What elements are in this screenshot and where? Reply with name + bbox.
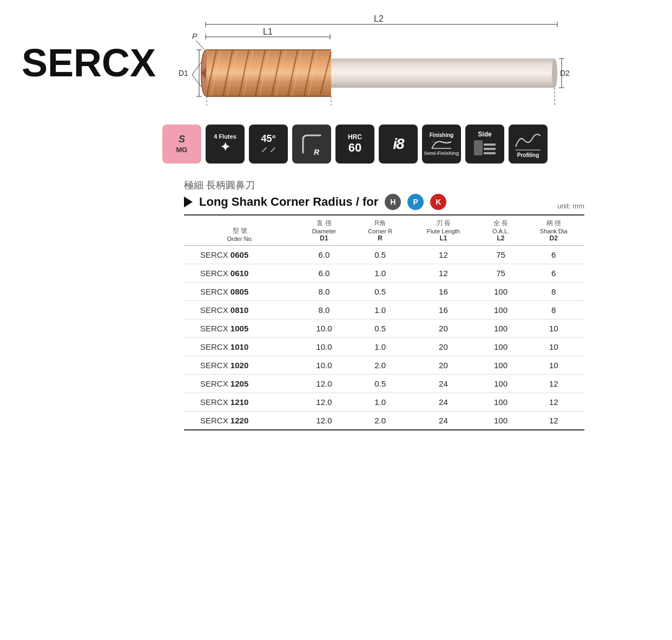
col-header-d2: 柄 徑 Shank Dia D2 bbox=[523, 215, 585, 246]
cell-d1: 8.0 bbox=[296, 301, 352, 319]
table-row: SERCX 08108.01.0161008 bbox=[184, 301, 584, 319]
cell-d1: 10.0 bbox=[296, 319, 352, 338]
cell-order: SERCX 1010 bbox=[184, 338, 296, 356]
svg-rect-51 bbox=[484, 148, 496, 150]
cell-l2: 75 bbox=[478, 246, 523, 264]
svg-text:L1: L1 bbox=[263, 27, 273, 36]
badge-side: Side bbox=[465, 125, 504, 164]
badge-hrc60: HRC 60 bbox=[335, 125, 374, 164]
cell-d2: 12 bbox=[523, 412, 585, 430]
product-title-row: Long Shank Corner Radius / for H P K uni… bbox=[184, 194, 584, 210]
svg-text:P: P bbox=[192, 32, 197, 41]
cell-r: 0.5 bbox=[352, 283, 409, 301]
cell-l1: 20 bbox=[408, 338, 478, 356]
cell-order: SERCX 0605 bbox=[184, 246, 296, 264]
svg-rect-49 bbox=[474, 140, 483, 155]
table-row: SERCX 101010.01.02010010 bbox=[184, 338, 584, 356]
cell-l2: 100 bbox=[478, 375, 523, 393]
circle-k: K bbox=[430, 194, 446, 210]
cell-r: 1.0 bbox=[352, 301, 409, 319]
badge-45deg: 45° ⟋⟋ bbox=[249, 125, 288, 164]
badge-profiling: Profiling bbox=[509, 125, 548, 164]
cell-l1: 20 bbox=[408, 319, 478, 338]
table-row: SERCX 100510.00.52010010 bbox=[184, 319, 584, 338]
cell-r: 1.0 bbox=[352, 393, 409, 412]
cell-d1: 10.0 bbox=[296, 338, 352, 356]
cell-r: 0.5 bbox=[352, 319, 409, 338]
cell-d2: 12 bbox=[523, 375, 585, 393]
cell-l1: 24 bbox=[408, 375, 478, 393]
section-arrow bbox=[184, 197, 193, 207]
cell-r: 0.5 bbox=[352, 375, 409, 393]
cell-d2: 10 bbox=[523, 319, 585, 338]
cell-l2: 100 bbox=[478, 393, 523, 412]
col-header-r: R角 Corner R R bbox=[352, 215, 409, 246]
badge-finishing: Finishing Semi-Finishing bbox=[422, 125, 461, 164]
cell-l2: 100 bbox=[478, 319, 523, 338]
chinese-title: 極細 長柄圓鼻刀 bbox=[184, 179, 584, 192]
cell-d1: 12.0 bbox=[296, 393, 352, 412]
cell-r: 1.0 bbox=[352, 338, 409, 356]
cell-order: SERCX 1020 bbox=[184, 356, 296, 375]
table-row: SERCX 102010.02.02010010 bbox=[184, 356, 584, 375]
svg-text:R: R bbox=[314, 148, 320, 156]
table-row: SERCX 06106.01.012756 bbox=[184, 264, 584, 283]
cell-d2: 12 bbox=[523, 393, 585, 412]
cell-l1: 16 bbox=[408, 283, 478, 301]
cell-order: SERCX 1205 bbox=[184, 375, 296, 393]
table-section: 極細 長柄圓鼻刀 Long Shank Corner Radius / for … bbox=[184, 179, 584, 430]
cell-l1: 12 bbox=[408, 264, 478, 283]
cell-order: SERCX 1210 bbox=[184, 393, 296, 412]
cell-d2: 8 bbox=[523, 283, 585, 301]
unit-label: unit: mm bbox=[557, 202, 584, 210]
cell-l1: 20 bbox=[408, 356, 478, 375]
cell-l2: 75 bbox=[478, 264, 523, 283]
cell-l1: 24 bbox=[408, 412, 478, 430]
cell-r: 2.0 bbox=[352, 412, 409, 430]
cell-r: 0.5 bbox=[352, 246, 409, 264]
cell-order: SERCX 1005 bbox=[184, 319, 296, 338]
cell-d2: 6 bbox=[523, 246, 585, 264]
table-row: SERCX 120512.00.52410012 bbox=[184, 375, 584, 393]
svg-rect-50 bbox=[484, 143, 496, 146]
cell-l2: 100 bbox=[478, 283, 523, 301]
badge-i8: i8 bbox=[379, 125, 418, 164]
svg-point-19 bbox=[552, 58, 557, 88]
badge-s-mg: S MG bbox=[162, 125, 201, 164]
svg-text:D1: D1 bbox=[179, 69, 188, 77]
badge-4-flutes: 4 Flutes ✦ bbox=[206, 125, 245, 164]
table-header-row: 型 號 Order No. 直 徑 Diameter D1 R角 Corner … bbox=[184, 215, 584, 246]
svg-text:L2: L2 bbox=[374, 14, 384, 23]
cell-l1: 12 bbox=[408, 246, 478, 264]
cell-l1: 24 bbox=[408, 393, 478, 412]
cell-r: 1.0 bbox=[352, 264, 409, 283]
cell-d1: 12.0 bbox=[296, 412, 352, 430]
cell-d2: 8 bbox=[523, 301, 585, 319]
cell-l2: 100 bbox=[478, 338, 523, 356]
cell-d1: 8.0 bbox=[296, 283, 352, 301]
cell-order: SERCX 0610 bbox=[184, 264, 296, 283]
col-header-l2: 全 長 O.A.L. L2 bbox=[478, 215, 523, 246]
cell-d2: 6 bbox=[523, 264, 585, 283]
cell-d1: 6.0 bbox=[296, 264, 352, 283]
cell-l1: 16 bbox=[408, 301, 478, 319]
brand-title: SERCX bbox=[22, 43, 156, 82]
circle-p: P bbox=[407, 194, 424, 210]
product-title: Long Shank Corner Radius / for bbox=[199, 195, 378, 209]
cell-order: SERCX 0810 bbox=[184, 301, 296, 319]
table-row: SERCX 06056.00.512756 bbox=[184, 246, 584, 264]
svg-rect-52 bbox=[484, 152, 496, 154]
cell-r: 2.0 bbox=[352, 356, 409, 375]
col-header-l1: 刃 長 Flute Length L1 bbox=[408, 215, 478, 246]
cell-l2: 100 bbox=[478, 301, 523, 319]
cell-order: SERCX 0805 bbox=[184, 283, 296, 301]
col-header-d1: 直 徑 Diameter D1 bbox=[296, 215, 352, 246]
cell-d2: 10 bbox=[523, 338, 585, 356]
cell-d1: 6.0 bbox=[296, 246, 352, 264]
product-table: 型 號 Order No. 直 徑 Diameter D1 R角 Corner … bbox=[184, 214, 584, 430]
diagram-area: L2 L1 P D1 D2 bbox=[162, 11, 574, 125]
table-row: SERCX 122012.02.02410012 bbox=[184, 412, 584, 430]
cell-l2: 100 bbox=[478, 356, 523, 375]
cell-d1: 12.0 bbox=[296, 375, 352, 393]
page: SERCX L2 L1 P D1 D2 bbox=[0, 0, 672, 640]
